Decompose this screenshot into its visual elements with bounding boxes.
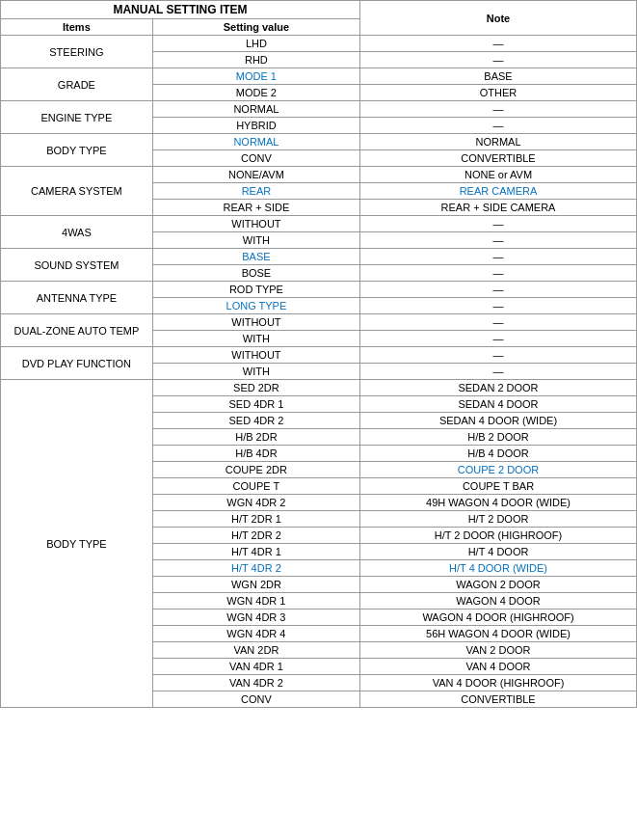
- note-cell: WAGON 4 DOOR (HIGHROOF): [360, 610, 637, 626]
- setting-cell: H/T 4DR 1: [152, 544, 359, 560]
- category-cell: ENGINE TYPE: [1, 101, 153, 134]
- note-cell: —: [360, 216, 637, 232]
- note-cell: —: [360, 101, 637, 118]
- setting-cell: WITH: [152, 331, 359, 347]
- note-header: Note: [360, 1, 637, 36]
- note-cell: —: [360, 282, 637, 298]
- setting-cell: CONV: [152, 150, 359, 167]
- note-cell: —: [360, 265, 637, 282]
- setting-cell: LONG TYPE: [152, 298, 359, 314]
- note-cell: H/T 2 DOOR (HIGHROOF): [360, 528, 637, 544]
- note-cell: H/T 4 DOOR (WIDE): [360, 560, 637, 577]
- setting-cell: COUPE T: [152, 478, 359, 495]
- setting-cell: WITH: [152, 232, 359, 249]
- note-cell: COUPE 2 DOOR: [360, 462, 637, 478]
- note-cell: —: [360, 118, 637, 134]
- note-cell: REAR CAMERA: [360, 183, 637, 200]
- manual-setting-table: MANUAL SETTING ITEM Note Items Setting v…: [0, 0, 637, 708]
- category-cell: CAMERA SYSTEM: [1, 167, 153, 216]
- setting-cell: WGN 2DR: [152, 577, 359, 593]
- items-header: Items: [1, 19, 153, 36]
- setting-cell: RHD: [152, 52, 359, 68]
- note-cell: —: [360, 36, 637, 52]
- note-cell: COUPE T BAR: [360, 478, 637, 495]
- note-cell: VAN 4 DOOR (HIGHROOF): [360, 675, 637, 691]
- note-cell: —: [360, 314, 637, 331]
- category-cell: SOUND SYSTEM: [1, 249, 153, 282]
- note-cell: —: [360, 232, 637, 249]
- setting-cell: H/B 2DR: [152, 429, 359, 446]
- setting-cell: SED 4DR 1: [152, 396, 359, 413]
- note-cell: SEDAN 4 DOOR (WIDE): [360, 413, 637, 429]
- note-cell: SEDAN 4 DOOR: [360, 396, 637, 413]
- setting-cell: CONV: [152, 691, 359, 708]
- setting-cell: WITH: [152, 364, 359, 380]
- note-cell: SEDAN 2 DOOR: [360, 380, 637, 396]
- note-cell: REAR + SIDE CAMERA: [360, 200, 637, 216]
- setting-cell: COUPE 2DR: [152, 462, 359, 478]
- note-cell: WAGON 4 DOOR: [360, 593, 637, 610]
- setting-cell: WGN 4DR 4: [152, 626, 359, 642]
- setting-cell: NONE/AVM: [152, 167, 359, 183]
- setting-header: Setting value: [152, 19, 359, 36]
- note-cell: —: [360, 298, 637, 314]
- setting-cell: LHD: [152, 36, 359, 52]
- note-cell: BASE: [360, 68, 637, 85]
- setting-cell: VAN 2DR: [152, 642, 359, 659]
- note-cell: VAN 4 DOOR: [360, 659, 637, 675]
- note-cell: CONVERTIBLE: [360, 150, 637, 167]
- setting-cell: H/B 4DR: [152, 446, 359, 462]
- note-cell: H/T 2 DOOR: [360, 511, 637, 528]
- note-cell: NORMAL: [360, 134, 637, 150]
- category-cell: BODY TYPE: [1, 380, 153, 708]
- setting-cell: MODE 2: [152, 85, 359, 101]
- setting-cell: WITHOUT: [152, 347, 359, 364]
- category-cell: BODY TYPE: [1, 134, 153, 167]
- category-cell: DUAL-ZONE AUTO TEMP: [1, 314, 153, 347]
- setting-cell: H/T 2DR 2: [152, 528, 359, 544]
- note-cell: VAN 2 DOOR: [360, 642, 637, 659]
- note-cell: H/B 2 DOOR: [360, 429, 637, 446]
- table-main-header: MANUAL SETTING ITEM: [1, 1, 360, 19]
- setting-cell: BOSE: [152, 265, 359, 282]
- setting-cell: SED 4DR 2: [152, 413, 359, 429]
- note-cell: OTHER: [360, 85, 637, 101]
- category-cell: STEERING: [1, 36, 153, 68]
- category-cell: ANTENNA TYPE: [1, 282, 153, 314]
- category-cell: GRADE: [1, 68, 153, 101]
- note-cell: CONVERTIBLE: [360, 691, 637, 708]
- setting-cell: MODE 1: [152, 68, 359, 85]
- note-cell: H/B 4 DOOR: [360, 446, 637, 462]
- setting-cell: REAR: [152, 183, 359, 200]
- note-cell: —: [360, 331, 637, 347]
- note-cell: —: [360, 52, 637, 68]
- setting-cell: WGN 4DR 2: [152, 495, 359, 511]
- note-cell: H/T 4 DOOR: [360, 544, 637, 560]
- setting-cell: SED 2DR: [152, 380, 359, 396]
- note-cell: NONE or AVM: [360, 167, 637, 183]
- setting-cell: HYBRID: [152, 118, 359, 134]
- setting-cell: NORMAL: [152, 101, 359, 118]
- setting-cell: WITHOUT: [152, 314, 359, 331]
- setting-cell: WGN 4DR 1: [152, 593, 359, 610]
- note-cell: WAGON 2 DOOR: [360, 577, 637, 593]
- setting-cell: NORMAL: [152, 134, 359, 150]
- setting-cell: VAN 4DR 2: [152, 675, 359, 691]
- setting-cell: REAR + SIDE: [152, 200, 359, 216]
- setting-cell: ROD TYPE: [152, 282, 359, 298]
- note-cell: 49H WAGON 4 DOOR (WIDE): [360, 495, 637, 511]
- setting-cell: H/T 4DR 2: [152, 560, 359, 577]
- setting-cell: BASE: [152, 249, 359, 265]
- note-cell: —: [360, 347, 637, 364]
- category-cell: 4WAS: [1, 216, 153, 249]
- note-cell: —: [360, 364, 637, 380]
- note-cell: —: [360, 249, 637, 265]
- setting-cell: VAN 4DR 1: [152, 659, 359, 675]
- setting-cell: WGN 4DR 3: [152, 610, 359, 626]
- note-cell: 56H WAGON 4 DOOR (WIDE): [360, 626, 637, 642]
- setting-cell: WITHOUT: [152, 216, 359, 232]
- setting-cell: H/T 2DR 1: [152, 511, 359, 528]
- category-cell: DVD PLAY FUNCTION: [1, 347, 153, 380]
